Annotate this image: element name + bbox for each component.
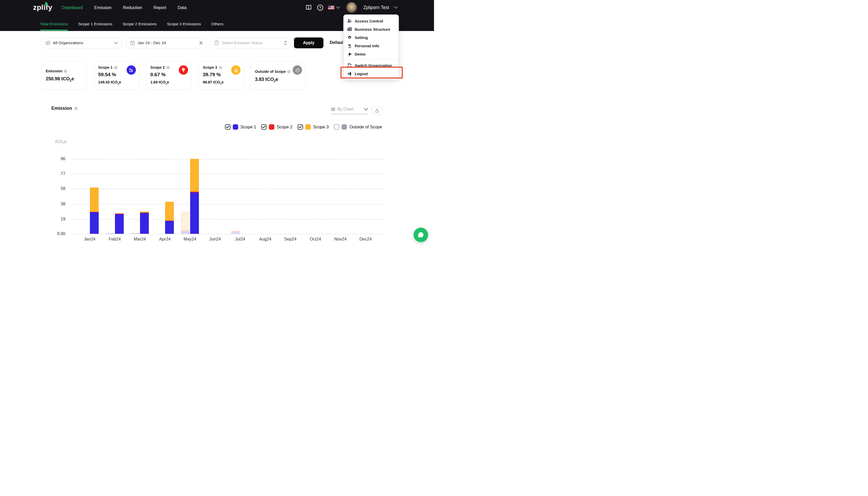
bar-solid-scope-1-feb24 bbox=[115, 214, 124, 234]
menu-item-label: Setting bbox=[355, 35, 368, 40]
x-tick-label-oct24: Oct24 bbox=[303, 237, 328, 242]
gridline-96 bbox=[72, 159, 385, 159]
menu-item-access-control[interactable]: Access Control bbox=[344, 17, 399, 25]
gridline-38 bbox=[72, 204, 385, 205]
x-tick-label-jan24: Jan24 bbox=[77, 237, 102, 242]
chat-bubble-icon bbox=[417, 231, 424, 238]
plug-icon bbox=[347, 52, 352, 56]
y-tick-label: 96 bbox=[49, 156, 65, 161]
bar-solid-scope-1-apr24 bbox=[165, 221, 174, 234]
y-tick-label: 0.00 bbox=[49, 231, 65, 236]
bar-faded-faded-lavender-feb24 bbox=[106, 233, 114, 234]
bar-solid-scope-3-apr24 bbox=[165, 202, 174, 221]
menu-item-setting[interactable]: Setting bbox=[344, 33, 399, 42]
x-tick-label-apr24: Apr24 bbox=[152, 237, 177, 242]
bar-solid-scope-2-jan24 bbox=[90, 212, 99, 212]
y-tick-label: 77 bbox=[49, 171, 65, 176]
bar-solid-scope-1-may24 bbox=[190, 192, 199, 234]
menu-item-label: Logout bbox=[355, 72, 368, 76]
bar-solid-scope-2-may24 bbox=[190, 192, 199, 192]
bar-solid-scope-2-feb24 bbox=[115, 214, 124, 214]
bar-solid-scope-2-mar24 bbox=[140, 213, 149, 213]
x-tick-label-aug24: Aug24 bbox=[253, 237, 278, 242]
menu-item-label: Access Control bbox=[355, 19, 383, 23]
menu-item-business-structure[interactable]: Business Structure bbox=[344, 25, 399, 33]
user-menu: Access ControlBusiness StructureSettingP… bbox=[343, 14, 399, 80]
x-tick-label-nov24: Nov24 bbox=[328, 237, 353, 242]
bar-solid-scope-1-jan24 bbox=[90, 212, 99, 234]
menu-item-label: Personal Info bbox=[355, 44, 379, 48]
y-tick-label: 38 bbox=[49, 202, 65, 206]
x-tick-label-mar24: Mar24 bbox=[127, 237, 152, 242]
x-tick-label-dec24: Dec24 bbox=[353, 237, 378, 242]
x-tick-label-jun24: Jun24 bbox=[203, 237, 227, 242]
bar-solid-scope-3-jan24 bbox=[90, 188, 99, 212]
chat-button[interactable] bbox=[414, 228, 428, 242]
cat-icon bbox=[347, 43, 352, 48]
menu-item-switch-organization[interactable]: Switch Organization bbox=[344, 61, 399, 69]
gear-icon bbox=[347, 35, 352, 40]
refresh-icon bbox=[347, 63, 352, 68]
bar-faded-faded-pink-jul24 bbox=[231, 231, 240, 232]
bar-solid-scope-3-may24 bbox=[190, 159, 199, 192]
users-icon bbox=[347, 19, 352, 23]
org-structure-icon bbox=[347, 27, 352, 32]
bar-faded-faded-cream-may24 bbox=[181, 212, 190, 230]
logout-icon bbox=[347, 71, 352, 76]
gridline-0.00 bbox=[72, 234, 385, 234]
dashboard-screen: zplify DashboardEmissionReductionReportD… bbox=[0, 0, 434, 248]
bar-faded-faded-pink-may24 bbox=[181, 230, 190, 231]
menu-item-demo[interactable]: Demo bbox=[344, 50, 399, 58]
bar-faded-faded-lavender-mar24 bbox=[131, 233, 140, 234]
menu-item-label: Business Structure bbox=[355, 27, 390, 32]
y-tick-label: 19 bbox=[49, 216, 65, 221]
gridline-58 bbox=[72, 189, 385, 189]
gridline-77 bbox=[72, 174, 385, 174]
menu-item-logout[interactable]: Logout bbox=[344, 69, 399, 78]
x-tick-label-may24: May24 bbox=[177, 237, 202, 242]
x-tick-label-jul24: Jul24 bbox=[228, 237, 253, 242]
menu-divider bbox=[344, 59, 399, 60]
x-tick-label-feb24: Feb24 bbox=[102, 237, 127, 242]
y-axis-unit-label: tCO2e bbox=[55, 140, 66, 145]
bar-solid-scope-1-mar24 bbox=[140, 213, 149, 234]
menu-item-label: Switch Organization bbox=[355, 63, 392, 68]
menu-item-label: Demo bbox=[355, 52, 366, 56]
y-tick-label: 58 bbox=[49, 186, 65, 191]
bar-faded-faded-lavender-may24 bbox=[181, 231, 190, 234]
bar-solid-scope-3-mar24 bbox=[140, 212, 149, 213]
x-tick-label-sep24: Sep24 bbox=[278, 237, 303, 242]
bar-solid-scope-3-feb24 bbox=[115, 213, 124, 214]
bar-faded-faded-lavender-jul24 bbox=[231, 232, 240, 234]
menu-item-personal-info[interactable]: Personal Info bbox=[344, 42, 399, 50]
